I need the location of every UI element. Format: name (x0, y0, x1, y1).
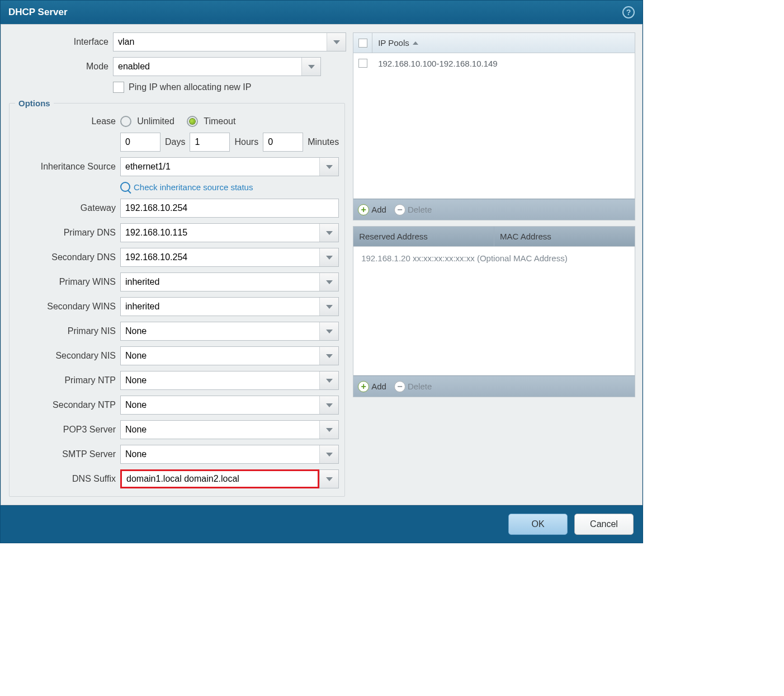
chevron-down-icon[interactable] (319, 421, 338, 439)
ip-pools-col-header[interactable]: IP Pools (372, 33, 635, 53)
primary-dns-input[interactable] (121, 224, 319, 242)
titlebar: DHCP Server ? (1, 1, 643, 24)
mode-label: Mode (8, 62, 113, 72)
pop3-label: POP3 Server (15, 425, 120, 435)
dns-suffix-input[interactable] (122, 471, 318, 487)
reserved-header: Reserved Address MAC Address (353, 227, 635, 247)
chevron-down-icon[interactable] (327, 33, 346, 51)
pop3-select[interactable] (120, 420, 339, 439)
chevron-down-icon[interactable] (319, 158, 338, 176)
dns-suffix-arrow[interactable] (319, 469, 339, 488)
cancel-button[interactable]: Cancel (574, 514, 634, 535)
ip-pools-header: IP Pools (353, 33, 635, 53)
interface-input[interactable] (114, 33, 327, 51)
interface-label: Interface (8, 37, 113, 47)
ping-ip-label: Ping IP when allocating new IP (129, 82, 251, 92)
hours-label: Hours (234, 137, 258, 147)
plus-icon (358, 381, 369, 392)
lease-days-input[interactable] (120, 133, 160, 152)
primary-nis-select[interactable] (120, 322, 339, 341)
secondary-wins-label: Secondary WINS (15, 302, 120, 312)
primary-wins-select[interactable] (120, 272, 339, 291)
minutes-label: Minutes (308, 137, 339, 147)
primary-dns-label: Primary DNS (15, 228, 120, 238)
dialog-title: DHCP Server (8, 7, 622, 18)
secondary-ntp-label: Secondary NTP (15, 400, 120, 410)
chevron-down-icon[interactable] (301, 58, 320, 76)
secondary-ntp-input[interactable] (121, 396, 319, 414)
plus-icon (358, 204, 369, 215)
mode-input[interactable] (114, 58, 301, 76)
lease-unlimited-radio[interactable] (120, 116, 131, 127)
primary-wins-input[interactable] (121, 273, 319, 291)
smtp-input[interactable] (121, 445, 319, 463)
options-group: Options Lease Unlimited Timeout (9, 98, 345, 497)
inheritance-select[interactable] (120, 157, 339, 176)
secondary-wins-select[interactable] (120, 297, 339, 316)
ping-ip-checkbox[interactable] (113, 82, 124, 93)
secondary-wins-input[interactable] (121, 298, 319, 316)
secondary-dns-label: Secondary DNS (15, 252, 120, 262)
secondary-nis-select[interactable] (120, 346, 339, 365)
secondary-dns-input[interactable] (121, 248, 319, 266)
help-icon[interactable]: ? (622, 6, 635, 18)
pop3-input[interactable] (121, 421, 319, 439)
row-checkbox[interactable] (358, 59, 367, 68)
mac-address-col[interactable]: MAC Address (494, 227, 635, 246)
minus-icon (394, 204, 405, 215)
secondary-nis-input[interactable] (121, 347, 319, 365)
chevron-down-icon[interactable] (319, 371, 338, 389)
gateway-label: Gateway (15, 203, 120, 213)
left-column: Interface Mode (8, 32, 346, 497)
lease-minutes-input[interactable] (263, 133, 303, 152)
sort-asc-icon (413, 41, 418, 45)
chevron-down-icon[interactable] (319, 445, 338, 463)
primary-ntp-select[interactable] (120, 371, 339, 390)
reserved-delete-button[interactable]: Delete (394, 381, 432, 392)
lease-timeout-label: Timeout (204, 116, 235, 126)
lease-timeout-radio[interactable] (187, 116, 198, 127)
primary-ntp-label: Primary NTP (15, 375, 120, 385)
reserved-address-col[interactable]: Reserved Address (353, 227, 494, 246)
chevron-down-icon[interactable] (319, 224, 338, 242)
chevron-down-icon[interactable] (319, 347, 338, 365)
interface-select[interactable] (113, 32, 346, 51)
chevron-down-icon[interactable] (319, 273, 338, 291)
ip-pools-table: IP Pools 192.168.10.100-192.168.10.149 (353, 32, 635, 220)
secondary-dns-select[interactable] (120, 248, 339, 267)
primary-nis-label: Primary NIS (15, 326, 120, 336)
chevron-down-icon[interactable] (319, 396, 338, 414)
chevron-down-icon[interactable] (319, 248, 338, 266)
ip-pools-select-all-checkbox[interactable] (358, 39, 367, 48)
lease-unlimited-label: Unlimited (137, 116, 174, 126)
ip-pools-add-button[interactable]: Add (358, 204, 386, 215)
check-inheritance-link[interactable]: Check inheritance source status (134, 182, 253, 192)
ip-pool-range: 192.168.10.100-192.168.10.149 (372, 59, 503, 68)
secondary-ntp-select[interactable] (120, 396, 339, 415)
chevron-down-icon[interactable] (319, 470, 338, 488)
table-row[interactable]: 192.168.10.100-192.168.10.149 (353, 53, 635, 73)
dns-suffix-label: DNS Suffix (15, 474, 120, 484)
primary-nis-input[interactable] (121, 322, 319, 340)
primary-wins-label: Primary WINS (15, 277, 120, 287)
dns-suffix-select[interactable] (120, 469, 319, 488)
ip-pools-delete-button[interactable]: Delete (394, 204, 432, 215)
smtp-select[interactable] (120, 445, 339, 464)
chevron-down-icon[interactable] (319, 298, 338, 316)
ok-button[interactable]: OK (508, 514, 568, 535)
lease-hours-input[interactable] (190, 133, 230, 152)
chevron-down-icon[interactable] (319, 322, 338, 340)
primary-ntp-input[interactable] (121, 371, 319, 389)
magnifier-icon (120, 182, 130, 192)
inheritance-label: Inheritance Source (15, 162, 120, 172)
days-label: Days (165, 137, 185, 147)
smtp-label: SMTP Server (15, 449, 120, 459)
inheritance-input[interactable] (121, 158, 319, 176)
primary-dns-select[interactable] (120, 223, 339, 242)
reserved-placeholder: 192.168.1.20 xx:xx:xx:xx:xx:xx (Optional… (353, 247, 635, 270)
button-bar: OK Cancel (1, 505, 643, 543)
dialog-content: Interface Mode (1, 24, 643, 505)
reserved-add-button[interactable]: Add (358, 381, 386, 392)
gateway-input[interactable] (120, 199, 339, 218)
mode-select[interactable] (113, 57, 321, 76)
